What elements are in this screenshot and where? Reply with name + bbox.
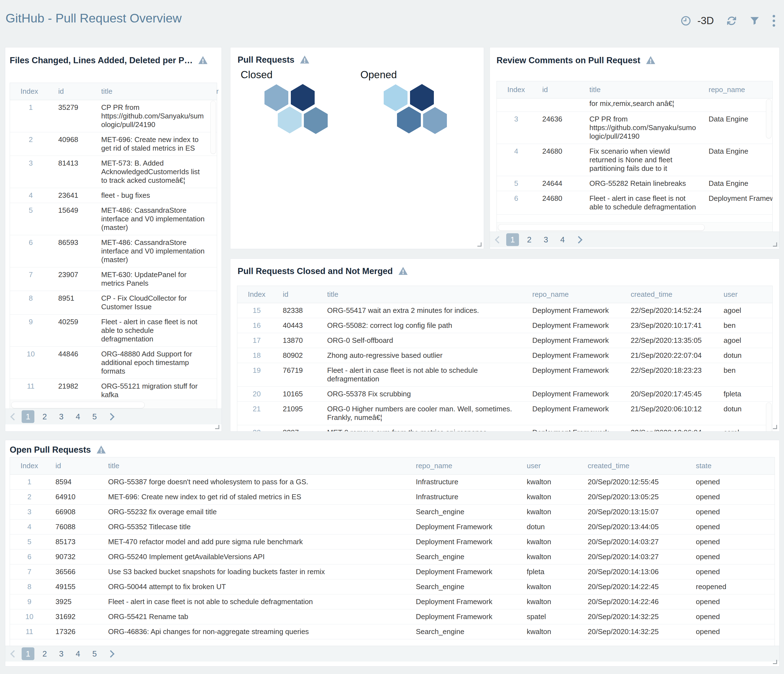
page-button[interactable]: 3 [55, 647, 68, 660]
table-row[interactable]: 4 24680 Fix scenario when viewId returne… [497, 144, 772, 176]
page-button[interactable]: 2 [523, 233, 536, 246]
table-row[interactable]: 16 40443 ORG-55082: correct log config f… [237, 318, 772, 333]
table-row[interactable]: 22 8297 MET-0 remove sum from the metric… [237, 425, 772, 432]
table-row[interactable]: 15 82338 ORG-55417 wait an extra 2 minut… [237, 303, 772, 318]
time-range-label[interactable]: -3D [697, 15, 714, 27]
clock-icon[interactable] [681, 16, 691, 26]
cell-state: opened [689, 609, 775, 624]
table-row[interactable]: 4 23641 fleet - bug fixes [10, 188, 217, 203]
page-button[interactable]: 4 [556, 233, 569, 246]
table-row[interactable]: 19 76719 Fleet - alert in case fleet is … [237, 363, 772, 387]
filter-icon[interactable] [749, 16, 760, 26]
panel-resize-handle[interactable] [215, 425, 219, 429]
hex-tile[interactable] [423, 107, 447, 134]
page-button[interactable]: 5 [88, 410, 101, 423]
cell-state: opened [689, 624, 775, 639]
refresh-icon[interactable] [726, 15, 737, 27]
prev-page-button[interactable] [10, 413, 18, 420]
page-button[interactable]: 3 [540, 233, 552, 246]
hex-tile[interactable] [264, 84, 288, 111]
table-row[interactable]: 20 10165 ORG-55378 Fix scrubbing Deploym… [237, 387, 772, 402]
table-row[interactable]: 17 13870 ORG-0 Self-offboard Deployment … [237, 333, 772, 348]
table-row[interactable]: 7 23907 MET-630: UpdatePanel for metrics… [10, 267, 217, 291]
table-row[interactable]: 5 15649 MET-486: CassandraStore interfac… [10, 203, 217, 235]
table-row[interactable]: 10 31692 ORG-55421 Rename tab Deployment… [10, 609, 775, 624]
table-row[interactable]: 3 24636 CP PR from https://github.com/Sa… [497, 112, 772, 144]
warning-icon[interactable] [96, 445, 106, 455]
cell-id: 24680 [536, 144, 583, 176]
warning-icon[interactable] [646, 56, 655, 66]
cell-index: 2 [10, 490, 49, 504]
cell-index: 19 [237, 363, 276, 386]
next-page-button[interactable] [575, 236, 582, 243]
table-row[interactable]: 11 21982 ORG-55121 migration stuff for k… [10, 379, 217, 400]
warning-icon[interactable] [198, 56, 208, 66]
table-row[interactable]: 9 3925 Fleet - alert in case fleet is no… [10, 594, 775, 609]
table-row[interactable]: 9 40259 Fleet - alert in case fleet is n… [10, 315, 217, 347]
page-button[interactable]: 4 [72, 647, 84, 660]
cell-user: kwalton [520, 474, 581, 489]
table-row[interactable]: 21 21095 ORG-0 Higher numbers are cooler… [237, 402, 772, 425]
panel-title: Files Changed, Lines Added, Deleted per … [10, 56, 193, 66]
page-button[interactable]: 2 [38, 647, 51, 660]
hex-tile[interactable] [291, 84, 315, 111]
horizontal-scrollbar[interactable] [498, 224, 705, 231]
prev-page-button[interactable] [10, 650, 18, 658]
page-button[interactable]: 4 [72, 410, 84, 423]
table-row[interactable]: 6 90732 ORG-55240 Implement getAvailable… [10, 549, 775, 565]
next-page-button[interactable] [107, 650, 115, 658]
warning-icon[interactable] [300, 55, 310, 65]
table-row[interactable]: 3 81413 MET-573: B. Added AcknowledgedCu… [10, 156, 217, 188]
hex-tile[interactable] [304, 107, 328, 134]
table-row[interactable]: 2 40968 MET-696: Create new index to get… [10, 132, 217, 156]
table-row[interactable]: 6 86593 MET-486: CassandraStore interfac… [10, 235, 217, 267]
dashboard-header: GitHub - Pull Request Overview -3D [0, 0, 784, 44]
panel-resize-handle[interactable] [478, 242, 482, 247]
table-row[interactable]: 4 76088 ORG-55352 Titlecase title Deploy… [10, 520, 775, 535]
table-row[interactable]: 11 17326 ORG-46836: Api changes for non-… [10, 624, 775, 639]
cell-title: Use S3 backed bucket snapshots for loadi… [101, 565, 409, 579]
table-row[interactable]: 7 36566 Use S3 backed bucket snapshots f… [10, 565, 775, 579]
page-button[interactable]: 1 [22, 410, 34, 423]
page-button[interactable]: 1 [506, 233, 519, 246]
cell-created-time: 20/Sep/2020:14:03:27 [581, 549, 689, 564]
hex-tile[interactable] [410, 84, 434, 111]
vertical-scrollbar[interactable] [766, 403, 772, 432]
page-button[interactable]: 3 [55, 410, 68, 423]
table-row[interactable]: 10 44846 ORG-48880 Add Support for addit… [10, 347, 217, 379]
panel-title: Pull Requests Closed and Not Merged [238, 266, 393, 276]
panel-resize-handle[interactable] [773, 660, 777, 664]
panel-resize-handle[interactable] [773, 425, 777, 429]
dashboard: GitHub - Pull Request Overview -3D Files… [0, 0, 784, 674]
cell-title: MET-630: UpdatePanel for metrics Panels [95, 267, 210, 291]
warning-icon[interactable] [398, 267, 408, 276]
hex-tile[interactable] [278, 106, 302, 133]
table-row[interactable]: 6 24680 Fleet - alert in case fleet is n… [497, 191, 772, 215]
vertical-scrollbar[interactable] [766, 99, 772, 139]
vertical-scrollbar[interactable] [210, 101, 216, 154]
cell-index: 4 [10, 188, 51, 203]
next-page-button[interactable] [107, 413, 115, 420]
table-row[interactable]: 5 24644 ORG-55282 Retain linebreaks Data… [497, 176, 772, 191]
table-row-partial[interactable]: for mix,remix,search anâ€¦ [497, 98, 772, 112]
page-button[interactable]: 5 [88, 647, 101, 660]
kebab-menu-icon[interactable] [772, 14, 776, 27]
table-row[interactable]: 8 8951 CP - Fix CloudCollector for Custo… [10, 291, 217, 315]
table-row[interactable]: 2 64910 MET-696: Create new index to get… [10, 490, 775, 504]
prev-page-button[interactable] [495, 236, 502, 243]
table-row[interactable]: 1 35279 CP PR from https://github.com/Sa… [10, 100, 217, 132]
table-row[interactable]: 5 85173 MET-470 refactor model and add p… [10, 535, 775, 549]
panel-resize-handle[interactable] [773, 242, 777, 247]
page-button[interactable]: 1 [22, 647, 34, 660]
table-row[interactable]: 1 8594 ORG-55387 forge doesn't need whol… [10, 474, 775, 490]
hex-tile[interactable] [397, 106, 421, 133]
table-row[interactable]: 18 80902 Zhong auto-regressive based out… [237, 348, 772, 363]
hex-tile[interactable] [384, 84, 408, 111]
cell-created-time: 20/Sep/2020:14:03:27 [581, 535, 689, 549]
horizontal-scrollbar[interactable] [11, 402, 145, 408]
table-row[interactable]: 8 49155 ORG-50044 attempt to fix broken … [10, 579, 775, 594]
cell-index: 3 [10, 156, 51, 188]
page-button[interactable]: 2 [38, 410, 51, 423]
cell-id: 76088 [49, 520, 101, 534]
table-row[interactable]: 3 66908 ORG-55232 fix overage email titl… [10, 504, 775, 520]
